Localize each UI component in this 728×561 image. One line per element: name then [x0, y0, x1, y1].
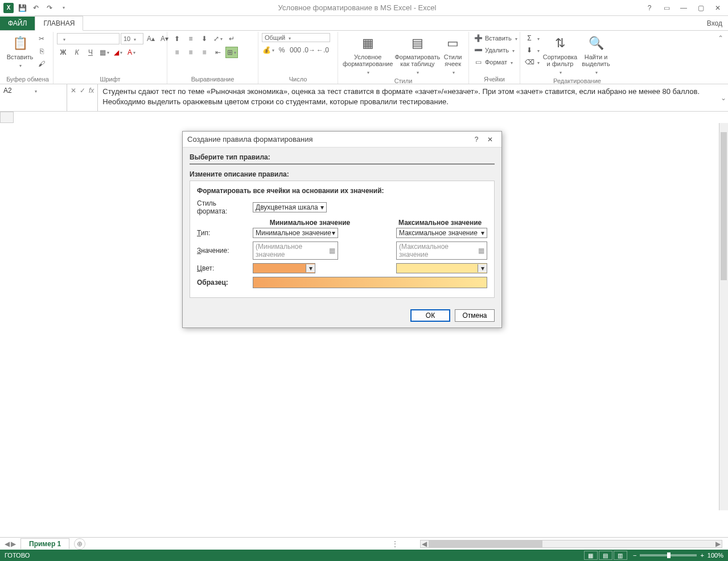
autosum-button[interactable]: Σ [524, 33, 541, 43]
save-icon[interactable]: 💾 [16, 2, 28, 14]
cell-styles-button[interactable]: ▭ Стили ячеек [441, 33, 465, 76]
paste-button[interactable]: 📋 Вставить [6, 33, 34, 69]
align-right-icon[interactable]: ≡ [198, 47, 211, 58]
underline-icon[interactable]: Ч [84, 47, 97, 58]
undo-icon[interactable]: ↶ [30, 2, 42, 14]
cut-icon[interactable]: ✂ [35, 33, 48, 44]
format-cells-button[interactable]: ▭Формат [472, 57, 519, 67]
zoom-in-icon[interactable]: + [700, 552, 704, 559]
expand-formula-bar-icon[interactable]: ⌄ [719, 84, 728, 111]
decrease-decimal-icon[interactable]: ←.0 [316, 44, 329, 56]
maximize-icon[interactable]: ▢ [694, 2, 708, 14]
qat-customize-icon[interactable] [57, 2, 69, 14]
range-picker-icon[interactable]: ▦ [478, 247, 484, 255]
close-icon[interactable]: ✕ [711, 2, 725, 14]
min-value-input[interactable]: (Минимальное значение▦ [253, 241, 338, 260]
name-box[interactable]: A2 [0, 84, 67, 111]
ok-button[interactable]: ОК [410, 309, 450, 322]
accounting-icon[interactable]: 💰 [262, 44, 274, 56]
dialog-help-icon[interactable]: ? [470, 134, 483, 145]
sheet-next-icon[interactable]: ▶ [11, 540, 16, 548]
align-bottom-icon[interactable]: ⬇ [198, 33, 211, 44]
max-value-input[interactable]: (Максимальное значение▦ [396, 241, 487, 260]
collapse-ribbon-icon[interactable]: ⌃ [715, 32, 726, 84]
increase-font-icon[interactable]: A▴ [145, 33, 157, 44]
ribbon-options-icon[interactable]: ▭ [660, 2, 673, 14]
italic-icon[interactable]: К [71, 47, 83, 58]
minimize-icon[interactable]: — [677, 2, 690, 14]
delete-cells-button[interactable]: ➖Удалить [472, 45, 519, 55]
align-center-icon[interactable]: ≡ [184, 47, 197, 58]
group-clipboard-label: Буфер обмена [6, 75, 50, 84]
help-icon[interactable]: ? [643, 2, 656, 14]
borders-icon[interactable]: ▦ [98, 47, 110, 58]
redo-icon[interactable]: ↷ [43, 2, 56, 14]
zoom-level[interactable]: 100% [708, 552, 723, 559]
max-type-select[interactable]: Максимальное значение▾ [396, 228, 487, 238]
sheet-prev-icon[interactable]: ◀ [5, 540, 10, 548]
zoom-out-icon[interactable]: − [633, 552, 636, 559]
align-top-icon[interactable]: ⬆ [171, 33, 183, 44]
align-middle-icon[interactable]: ≡ [184, 33, 197, 44]
excel-app-icon[interactable]: X [2, 2, 15, 14]
decrease-indent-icon[interactable]: ⇤ [212, 47, 224, 58]
max-color-select[interactable]: ▾ [396, 263, 487, 273]
color-label: Цвет: [197, 264, 248, 272]
format-icon: ▭ [474, 58, 483, 67]
select-rule-type-label: Выберите тип правила: [190, 153, 495, 161]
conditional-formatting-button[interactable]: ▦ Условное форматирование [342, 33, 394, 76]
cancel-formula-icon[interactable]: ✕ [71, 87, 76, 95]
font-family-combo[interactable] [57, 33, 120, 44]
dialog-title: Создание правила форматирования [187, 135, 470, 144]
tab-главная[interactable]: ГЛАВНАЯ [35, 16, 83, 31]
sheet-tab-active[interactable]: Пример 1 [20, 538, 69, 549]
comma-icon[interactable]: 000 [289, 44, 302, 56]
fill-color-icon[interactable]: ◢ [112, 47, 124, 58]
edit-rule-title: Форматировать все ячейки на основании их… [197, 187, 487, 195]
zoom-slider[interactable] [640, 554, 697, 556]
formula-input[interactable]: Студенты сдают тест по теме «Рыночная эк… [98, 84, 719, 111]
paste-label: Вставить [7, 54, 34, 60]
range-picker-icon[interactable]: ▦ [329, 247, 335, 255]
format-as-table-button[interactable]: ▤ Форматировать как таблицу [395, 33, 439, 76]
format-painter-icon[interactable]: 🖌 [35, 58, 48, 69]
view-page-layout-icon[interactable]: ▤ [599, 551, 612, 560]
font-color-icon[interactable]: A [125, 47, 138, 58]
view-page-break-icon[interactable]: ▥ [614, 551, 627, 560]
wrap-text-icon[interactable]: ↵ [225, 33, 238, 44]
rule-type-list[interactable] [190, 163, 495, 165]
increase-decimal-icon[interactable]: .0→ [303, 44, 315, 56]
insert-cells-button[interactable]: ➕Вставить [472, 33, 519, 43]
tab-file[interactable]: ФАЙЛ [0, 17, 35, 30]
horizontal-scrollbar[interactable]: ◀ ▶ [420, 540, 722, 548]
find-select-button[interactable]: 🔍 Найти и выделить [579, 33, 612, 76]
select-all-corner[interactable] [0, 112, 14, 123]
merge-center-icon[interactable]: ⊞ [225, 47, 238, 58]
orientation-icon[interactable]: ⤢ [212, 33, 224, 44]
percent-icon[interactable]: % [275, 44, 288, 56]
login-link[interactable]: Вход [701, 17, 728, 30]
number-format-combo[interactable]: Общий [262, 33, 330, 42]
format-style-select[interactable]: Двухцветная шкала▾ [253, 202, 327, 212]
font-size-combo[interactable]: 10 [121, 33, 143, 44]
new-sheet-button[interactable]: ⊕ [74, 538, 85, 550]
enter-formula-icon[interactable]: ✓ [80, 87, 85, 95]
window-title: Условное форматирование в MS Excel - Exc… [72, 3, 643, 12]
min-type-select[interactable]: Минимальное значение▾ [253, 228, 338, 238]
bold-icon[interactable]: Ж [57, 47, 69, 58]
hscroll-split-icon[interactable]: ⋮ [387, 540, 403, 548]
titlebar: X 💾 ↶ ↷ Условное форматирование в MS Exc… [0, 0, 728, 16]
fill-button[interactable]: ⬇ [524, 45, 541, 55]
clear-button[interactable]: ⌫ [524, 57, 541, 67]
sort-filter-button[interactable]: ⇅ Сортировка и фильтр [542, 33, 578, 76]
dialog-titlebar[interactable]: Создание правила форматирования ? ✕ [183, 132, 501, 148]
copy-icon[interactable]: ⎘ [35, 46, 48, 57]
min-color-select[interactable]: ▾ [253, 263, 315, 273]
vertical-scrollbar[interactable] [719, 123, 728, 510]
view-normal-icon[interactable]: ▦ [584, 551, 598, 560]
max-header: Максимальное значение [398, 219, 487, 227]
cancel-button[interactable]: Отмена [455, 309, 495, 322]
align-left-icon[interactable]: ≡ [171, 47, 183, 58]
fx-icon[interactable]: fx [89, 87, 94, 95]
dialog-close-icon[interactable]: ✕ [483, 134, 497, 145]
